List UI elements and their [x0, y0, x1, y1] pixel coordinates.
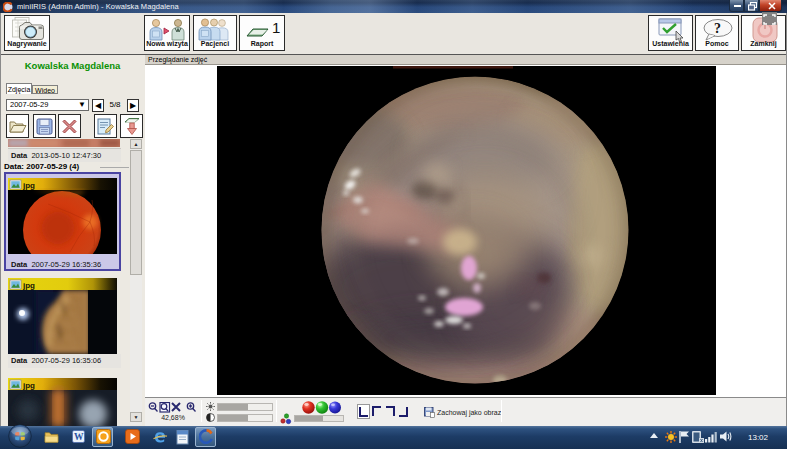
svg-text:W: W	[74, 432, 84, 442]
svg-text:jpg: jpg	[22, 181, 35, 190]
svg-text:1: 1	[272, 19, 280, 36]
svg-text:?: ?	[714, 21, 721, 36]
svg-text:jpg: jpg	[22, 381, 35, 390]
svg-text:jpg: jpg	[22, 281, 35, 290]
